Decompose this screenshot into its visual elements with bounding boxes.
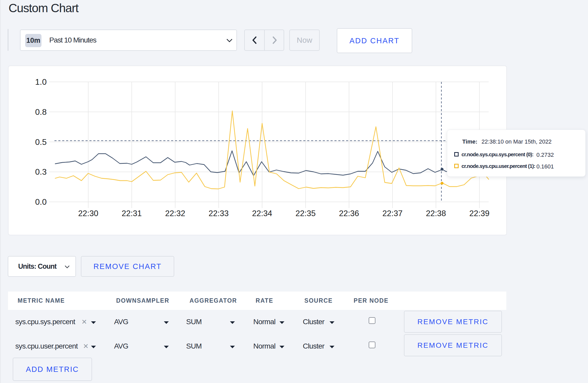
svg-text:22:30: 22:30 bbox=[78, 209, 99, 218]
svg-text:22:38: 22:38 bbox=[426, 209, 446, 218]
svg-text:22:35: 22:35 bbox=[296, 209, 316, 218]
svg-text:22:34: 22:34 bbox=[252, 209, 272, 218]
svg-text:22:33: 22:33 bbox=[209, 209, 229, 218]
svg-text:0.5: 0.5 bbox=[35, 137, 47, 147]
svg-text:22:39: 22:39 bbox=[469, 209, 489, 218]
svg-text:0.8: 0.8 bbox=[35, 107, 47, 117]
svg-text:22:32: 22:32 bbox=[165, 209, 185, 218]
svg-text:0.3: 0.3 bbox=[35, 167, 47, 176]
svg-text:22:37: 22:37 bbox=[382, 209, 403, 218]
svg-text:1.0: 1.0 bbox=[35, 77, 47, 87]
svg-text:22:31: 22:31 bbox=[122, 209, 142, 218]
svg-text:22:36: 22:36 bbox=[339, 209, 359, 218]
svg-text:0.0: 0.0 bbox=[35, 197, 47, 207]
